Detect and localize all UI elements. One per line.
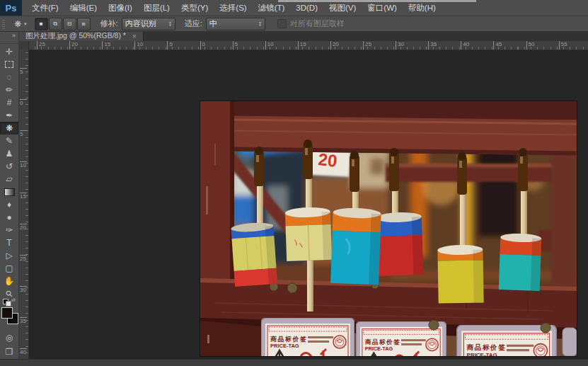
photo-document[interactable]: 商品标价签 PRICE-TAG (200, 101, 577, 356)
dodge-tool[interactable]: ● (0, 211, 18, 224)
menu-item[interactable]: 编辑(E) (64, 0, 103, 16)
v-ruler-label: 5 (20, 68, 27, 74)
menu-bar: Ps 文件(F)编辑(E)图像(I)图层(L)类型(Y)选择(S)滤镜(T)3D… (0, 0, 588, 16)
eraser-tool[interactable]: ▱ (0, 173, 18, 185)
drum-4 (376, 212, 424, 276)
pen-tool[interactable]: ✑ (0, 224, 18, 236)
menu-items: 文件(F)编辑(E)图像(I)图层(L)类型(Y)选择(S)滤镜(T)3D(D)… (26, 0, 442, 16)
ruler-minor-ticks (28, 47, 588, 50)
photo-image: 商品标价签 PRICE-TAG (200, 101, 577, 356)
v-ruler-label: 20 (20, 224, 27, 230)
marquee-tool[interactable] (0, 58, 18, 71)
new-selection-button[interactable]: ■ (35, 18, 48, 30)
clone-stamp-tool[interactable]: ♟ (0, 147, 18, 160)
add-to-selection-button[interactable]: ⧉ (49, 18, 62, 30)
ruler-corner (19, 41, 29, 50)
eyedropper-tool[interactable]: ✒ (0, 109, 18, 122)
menu-item[interactable]: 类型(Y) (175, 0, 214, 16)
fit-label: 适应: (185, 18, 202, 29)
drum-3 (330, 207, 381, 285)
sign-number: 20 (317, 149, 338, 171)
menu-item[interactable]: 视图(V) (323, 0, 362, 16)
path-selection-tool[interactable]: ▷ (0, 249, 18, 262)
h-ruler-label: 25 (363, 41, 371, 50)
background-window-sliver (278, 0, 476, 2)
v-ruler-label: 25 (20, 255, 27, 261)
patch-mode-value: 内容识别 (125, 18, 156, 29)
patch-mode-dropdown[interactable]: 内容识别 ▲ ▼ (122, 18, 175, 30)
type-tool[interactable]: T (0, 236, 18, 249)
photoshop-logo: Ps (0, 0, 22, 16)
document-tab-bar: 图片处理.jpg @ 50%(RGB/8) * × (19, 31, 588, 41)
h-ruler-label: 10 (265, 41, 274, 50)
price-tag-1 (261, 318, 354, 356)
v-ruler-label: 30 (20, 286, 27, 292)
h-ruler-label: 15 (298, 41, 306, 50)
crop-tool[interactable]: # (0, 96, 18, 109)
h-ruler-label: 25 (37, 41, 45, 50)
down-arrow-icon: ▼ (168, 24, 171, 27)
v-ruler-label: 10 (20, 161, 27, 168)
h-ruler-label: 45 (493, 41, 502, 50)
menu-item[interactable]: 图层(L) (138, 0, 175, 16)
close-icon[interactable]: × (132, 33, 137, 40)
menu-item[interactable]: 选择(S) (214, 0, 252, 16)
v-ruler-label: 35 (20, 317, 27, 324)
document-tab-title: 图片处理.jpg @ 50%(RGB/8) * (25, 31, 126, 41)
h-ruler-label: 5 (233, 41, 238, 50)
v-ruler-label: 0 (20, 99, 27, 105)
gradient-swatch-icon (4, 188, 15, 196)
toolbar-collapse-button[interactable]: » (0, 31, 18, 44)
h-ruler-label: 55 (559, 41, 567, 50)
v-ruler-label: 15 (20, 193, 27, 199)
menu-item[interactable]: 3D(D) (290, 0, 323, 16)
menu-item[interactable]: 帮助(H) (403, 0, 442, 16)
screen-mode-button[interactable]: ❐ (0, 345, 18, 358)
h-ruler-label: 20 (330, 41, 339, 50)
sample-all-layers-checkbox[interactable] (277, 19, 287, 28)
v-ruler-label: 5 (20, 130, 27, 137)
h-ruler-label: 0 (200, 41, 205, 50)
vertical-ruler[interactable]: 50510152025303540 (19, 50, 29, 360)
horizontal-ruler[interactable]: 2520151050510152025303540455055 (19, 41, 588, 50)
bottom-strip (0, 359, 588, 366)
quick-mask-button[interactable]: ◎ (0, 331, 18, 344)
price-tag-4-partial (563, 328, 577, 356)
patch-mode-label: 修补: (100, 18, 118, 29)
blur-tool[interactable]: ♦ (0, 198, 18, 211)
subtract-from-selection-button[interactable]: ⊟ (63, 18, 76, 30)
history-brush-tool[interactable]: ↺ (0, 160, 18, 173)
v-ruler-label: 40 (20, 348, 27, 355)
down-arrow-icon: ▼ (258, 24, 261, 27)
h-ruler-label: 50 (526, 41, 535, 50)
document-tab[interactable]: 图片处理.jpg @ 50%(RGB/8) * × (19, 31, 144, 41)
h-ruler-label: 10 (134, 41, 143, 50)
lasso-tool[interactable]: ◌ (0, 71, 18, 84)
updown-arrows-icon: ▲ ▼ (258, 21, 261, 27)
drum-2 (285, 207, 333, 261)
drum-5 (437, 244, 483, 303)
menu-item[interactable]: 图像(I) (103, 0, 138, 16)
quick-selection-tool[interactable]: ✏ (0, 84, 18, 96)
h-ruler-label: 5 (167, 41, 172, 50)
gradient-tool[interactable] (0, 185, 18, 198)
menu-item[interactable]: 窗口(W) (362, 0, 403, 16)
brush-tool[interactable]: ✎ (0, 135, 18, 147)
intersect-selection-button[interactable]: ⧈ (77, 18, 91, 30)
healing-patch-tool[interactable]: ❋ (0, 122, 18, 135)
tool-preset-picker[interactable]: ❋ ▾ (14, 19, 27, 29)
canvas-area[interactable]: 商品标价签 PRICE-TAG (29, 50, 588, 360)
shape-tool[interactable]: ▢ (0, 262, 18, 275)
fit-dropdown[interactable]: 中 ▲ ▼ (206, 18, 265, 30)
h-ruler-label: 20 (69, 41, 78, 50)
h-ruler-label: 35 (428, 41, 437, 50)
foreground-color-swatch[interactable] (1, 307, 13, 319)
updown-arrows-icon: ▲ ▼ (168, 21, 171, 27)
patch-tool-icon: ❋ (14, 19, 21, 29)
menu-item[interactable]: 滤镜(T) (253, 0, 291, 16)
h-ruler-label: 30 (396, 41, 404, 50)
move-tool[interactable]: ✛ (0, 45, 18, 58)
fit-value: 中 (209, 18, 217, 29)
menu-item[interactable]: 文件(F) (26, 0, 64, 16)
color-swatches[interactable] (1, 307, 18, 326)
